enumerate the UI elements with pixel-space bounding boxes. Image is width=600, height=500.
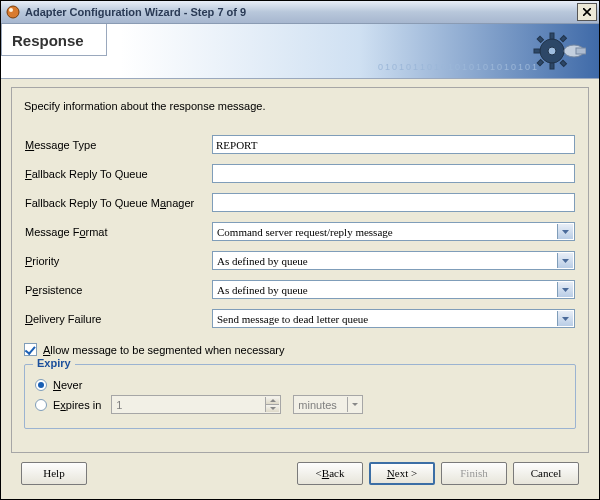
next-button[interactable]: Next > [369, 462, 435, 485]
svg-rect-5 [534, 49, 540, 53]
close-button[interactable] [577, 3, 597, 21]
expiry-unit-select: minutes [293, 395, 363, 414]
spinner-buttons [265, 397, 279, 412]
fallback-qm-input[interactable] [212, 193, 575, 212]
svg-rect-3 [550, 33, 554, 39]
expiry-never-row[interactable]: Never [35, 379, 565, 391]
delivery-failure-select[interactable]: Send message to dead letter queue [212, 309, 575, 328]
expiry-fieldset: Expiry Never Expires in 1 [24, 364, 576, 429]
decor-binary: 01010110101010101010101 [378, 62, 539, 72]
svg-rect-4 [550, 63, 554, 69]
cancel-button[interactable]: Cancel [513, 462, 579, 485]
label-persistence: Persistence [24, 279, 211, 300]
chevron-down-icon [557, 311, 573, 326]
svg-rect-7 [537, 36, 543, 42]
chevron-down-icon [347, 397, 361, 412]
window-title: Adapter Configuration Wizard - Step 7 of… [25, 6, 577, 18]
label-message-format: Message Format [24, 221, 211, 242]
finish-button: Finish [441, 462, 507, 485]
message-format-value: Command server request/reply message [217, 226, 393, 238]
expiry-amount-spinner: 1 [111, 395, 281, 414]
wizard-window: Adapter Configuration Wizard - Step 7 of… [0, 0, 600, 500]
expiry-expires-label: Expires in [53, 399, 101, 411]
svg-rect-13 [576, 48, 586, 54]
gear-icon [529, 28, 589, 74]
persistence-value: As defined by queue [217, 284, 308, 296]
svg-rect-10 [560, 60, 566, 66]
priority-value: As defined by queue [217, 255, 308, 267]
help-button[interactable]: Help [21, 462, 87, 485]
chevron-down-icon [557, 224, 573, 239]
description-text: Specify information about the response m… [24, 100, 576, 112]
page-title: Response [1, 24, 107, 56]
banner: Response 01010110101010101010101 [1, 24, 599, 79]
label-message-type: Message Type [24, 134, 211, 155]
svg-point-0 [7, 6, 19, 18]
segment-checkbox-label: Allow message to be segmented when neces… [43, 344, 285, 356]
svg-point-11 [548, 47, 556, 55]
expiry-amount-value: 1 [116, 399, 122, 411]
svg-rect-8 [560, 35, 566, 41]
expiry-never-radio[interactable] [35, 379, 47, 391]
button-bar: Help < Back Next > Finish Cancel [11, 453, 589, 493]
segment-checkbox-row[interactable]: Allow message to be segmented when neces… [24, 343, 576, 356]
message-format-select[interactable]: Command server request/reply message [212, 222, 575, 241]
persistence-select[interactable]: As defined by queue [212, 280, 575, 299]
delivery-failure-value: Send message to dead letter queue [217, 313, 368, 325]
titlebar: Adapter Configuration Wizard - Step 7 of… [1, 1, 599, 24]
message-type-input[interactable] [212, 135, 575, 154]
label-delivery-failure: Delivery Failure [24, 308, 211, 329]
priority-select[interactable]: As defined by queue [212, 251, 575, 270]
fallback-queue-input[interactable] [212, 164, 575, 183]
label-priority: Priority [24, 250, 211, 271]
label-fallback-queue: Fallback Reply To Queue [24, 163, 211, 184]
svg-rect-9 [537, 59, 543, 65]
svg-point-1 [9, 8, 13, 12]
spinner-down-icon [265, 405, 279, 412]
app-icon [5, 4, 21, 20]
content-area: Specify information about the response m… [1, 79, 599, 499]
label-fallback-qm: Fallback Reply To Queue Manager [24, 192, 211, 213]
form-panel: Specify information about the response m… [11, 87, 589, 453]
expiry-never-label: Never [53, 379, 82, 391]
expiry-legend: Expiry [33, 357, 75, 369]
chevron-down-icon [557, 253, 573, 268]
expiry-unit-value: minutes [298, 399, 337, 411]
expiry-expires-row[interactable]: Expires in 1 minutes [35, 395, 565, 414]
form-table: Message Type Fallback Reply To Queue Fal… [24, 126, 576, 337]
spinner-up-icon [265, 397, 279, 405]
expiry-expires-radio[interactable] [35, 399, 47, 411]
segment-checkbox[interactable] [24, 343, 37, 356]
chevron-down-icon [557, 282, 573, 297]
back-button[interactable]: < Back [297, 462, 363, 485]
